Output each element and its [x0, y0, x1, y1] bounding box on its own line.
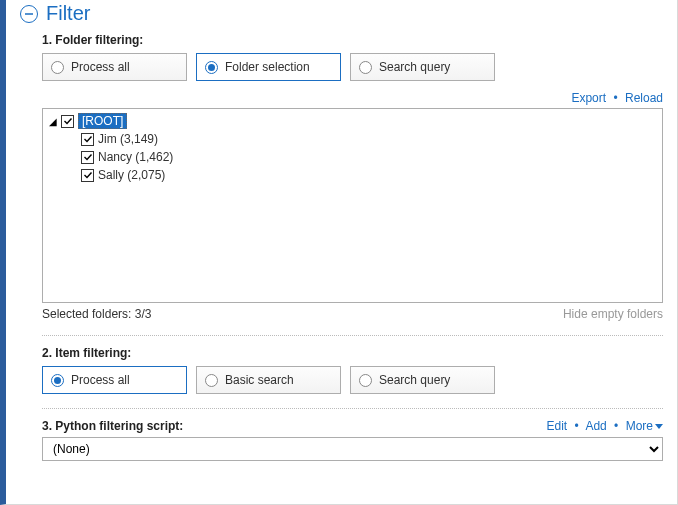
tree-child-row[interactable]: Jim (3,149)	[47, 130, 658, 148]
script-add-link[interactable]: Add	[585, 419, 606, 433]
script-links: Edit • Add • More	[547, 419, 664, 433]
section2-label: 2. Item filtering:	[42, 346, 663, 360]
filter-panel: Filter 1. Folder filtering: Process all …	[0, 0, 678, 505]
tree-root-label[interactable]: [ROOT]	[78, 113, 127, 129]
script-select[interactable]: (None)	[42, 437, 663, 461]
section-divider	[42, 335, 663, 336]
radio-label: Folder selection	[225, 60, 310, 74]
section-divider	[42, 408, 663, 409]
tree-status-row: Selected folders: 3/3 Hide empty folders	[42, 307, 663, 321]
collapse-icon[interactable]	[20, 5, 38, 23]
checkbox-child[interactable]	[81, 133, 94, 146]
radio-icon	[205, 374, 218, 387]
section3-label: 3. Python filtering script:	[42, 419, 183, 433]
tree-links: Export • Reload	[42, 91, 663, 105]
panel-header: Filter	[20, 0, 663, 29]
opt-folder-selection[interactable]: Folder selection	[196, 53, 341, 81]
section3-header: 3. Python filtering script: Edit • Add •…	[42, 419, 663, 433]
radio-label: Process all	[71, 373, 130, 387]
radio-icon	[205, 61, 218, 74]
tree-child-label[interactable]: Nancy (1,462)	[98, 150, 173, 164]
separator-dot: •	[613, 91, 617, 105]
hide-empty-link[interactable]: Hide empty folders	[563, 307, 663, 321]
tree-root-row[interactable]: ◢ [ROOT]	[47, 112, 658, 130]
radio-icon	[359, 61, 372, 74]
folder-tree[interactable]: ◢ [ROOT] Jim (3,149) Nancy (1,462)	[42, 108, 663, 303]
chevron-down-icon	[655, 424, 663, 429]
section-folder-filtering: 1. Folder filtering: Process all Folder …	[42, 33, 663, 461]
checkbox-root[interactable]	[61, 115, 74, 128]
tree-child-label[interactable]: Jim (3,149)	[98, 132, 158, 146]
selected-folders-status: Selected folders: 3/3	[42, 307, 151, 321]
opt-process-all-items[interactable]: Process all	[42, 366, 187, 394]
radio-icon	[51, 61, 64, 74]
item-filtering-options: Process all Basic search Search query	[42, 366, 663, 394]
export-link[interactable]: Export	[571, 91, 606, 105]
panel-title: Filter	[46, 2, 90, 25]
tree-child-label[interactable]: Sally (2,075)	[98, 168, 165, 182]
script-more-link[interactable]: More	[626, 419, 663, 433]
tree-child-row[interactable]: Nancy (1,462)	[47, 148, 658, 166]
tree-child-row[interactable]: Sally (2,075)	[47, 166, 658, 184]
reload-link[interactable]: Reload	[625, 91, 663, 105]
expand-arrow-icon[interactable]: ◢	[47, 116, 59, 127]
checkbox-child[interactable]	[81, 169, 94, 182]
radio-icon	[359, 374, 372, 387]
opt-search-query-items[interactable]: Search query	[350, 366, 495, 394]
opt-search-query-folders[interactable]: Search query	[350, 53, 495, 81]
opt-basic-search[interactable]: Basic search	[196, 366, 341, 394]
radio-label: Basic search	[225, 373, 294, 387]
radio-label: Search query	[379, 60, 450, 74]
folder-filtering-options: Process all Folder selection Search quer…	[42, 53, 663, 81]
opt-process-all-folders[interactable]: Process all	[42, 53, 187, 81]
section1-label: 1. Folder filtering:	[42, 33, 663, 47]
script-edit-link[interactable]: Edit	[547, 419, 568, 433]
checkbox-child[interactable]	[81, 151, 94, 164]
separator-dot: •	[614, 419, 618, 433]
radio-label: Search query	[379, 373, 450, 387]
radio-label: Process all	[71, 60, 130, 74]
radio-icon	[51, 374, 64, 387]
separator-dot: •	[575, 419, 579, 433]
